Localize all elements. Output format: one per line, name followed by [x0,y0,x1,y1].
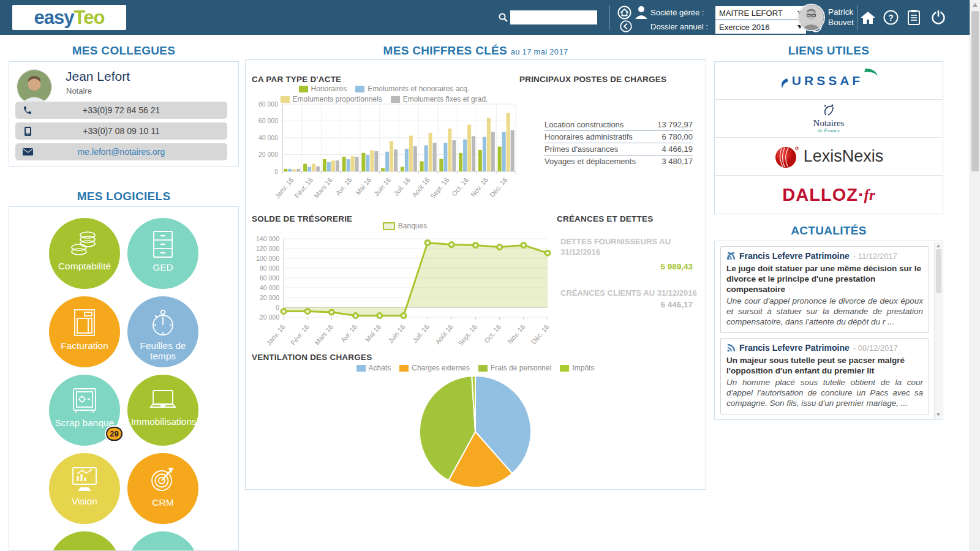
app-feuilles-de-temps[interactable]: Feuilles de temps [127,296,198,367]
dalloz-dot: · [858,185,864,205]
svg-text:Févr. 16: Févr. 16 [289,323,311,347]
app-immobilisations[interactable]: Immobilisations [127,375,198,446]
svg-text:Déc. 16: Déc. 16 [488,176,509,199]
svg-text:120 000: 120 000 [256,245,279,252]
svg-text:40 000: 40 000 [258,134,278,141]
news-item[interactable]: Francis Lefevre Patrimoine - 11/12/2017 … [720,246,929,333]
app-vision[interactable]: Vision [49,453,120,524]
legend-item: Frais de personnel [478,364,551,372]
svg-text:Juil. 16: Juil. 16 [411,323,431,344]
app-label: Facturation [61,340,108,351]
ventilation-pie-chart [402,373,549,490]
svg-text:Sept. 16: Sept. 16 [456,323,478,347]
actualites-title: ACTUALITÉS [714,224,943,238]
mobile-number: +33(0)7 08 09 10 11 [40,126,227,136]
link-dalloz[interactable]: DALLOZ · fr [715,176,943,214]
dettes-label: DETTES FOURNISSEURS AU 31/12/2016 [560,236,674,257]
app-label: GED [153,262,173,272]
actualites-panel: Francis Lefevre Patrimoine - 11/12/2017 … [714,241,943,420]
svg-text:Févr. 16: Févr. 16 [293,176,314,200]
creances-title: CRÉANCES ET DETTES [557,214,653,223]
svg-text:Mars 16: Mars 16 [313,323,334,347]
legend-swatch [383,222,395,230]
svg-text:100 000: 100 000 [256,255,279,262]
scrollbar-thumb[interactable] [936,249,941,293]
back-arrow-icon[interactable] [620,20,632,32]
rss-icon [726,252,736,261]
table-row: Location constructions13 792,97 [545,119,693,131]
urssaf-swoosh-icon [774,70,792,92]
page-scrollbar[interactable] [970,0,980,551]
news-item[interactable]: Francis Lefevre Patrimoine - 04/12/2017 … [720,419,929,420]
news-scrollbar[interactable] [934,242,942,419]
colleague-email[interactable]: me.lefort@notaires.org [15,143,227,160]
app-comptabilite[interactable]: Comptabilité [49,218,120,289]
dossier-select[interactable]: Exercice 2016 [715,20,806,34]
scroll-up-icon[interactable] [973,3,978,7]
svg-text:40 000: 40 000 [260,284,279,291]
news-source: Francis Lefevre Patrimoine [739,343,850,353]
power-icon[interactable] [930,9,946,25]
colleague-mobile[interactable]: +33(0)7 08 09 10 11 [15,122,227,140]
news-item[interactable]: Francis Lefevre Patrimoine - 08/12/2017 … [720,338,929,414]
colleague-role: Notaire [66,86,92,96]
colleague-card: Jean Lefort Notaire +33(0)9 72 84 56 21 … [9,61,239,167]
header-divider [609,5,610,30]
app-circle-partial[interactable] [49,531,120,551]
svg-text:-20 000: -20 000 [257,313,279,321]
rss-icon [726,343,736,353]
app-label: Feuilles de temps [131,340,195,361]
news-headline: Le juge doit statuer par une même décisi… [726,263,923,294]
help-icon[interactable]: ? [883,10,899,25]
home-icon[interactable] [860,10,876,25]
svg-text:Avr. 16: Avr. 16 [339,323,358,344]
svg-text:Juil. 16: Juil. 16 [392,176,412,197]
home-circle-icon[interactable] [617,6,631,20]
societe-select[interactable]: MAITRE LEFORT [715,6,806,20]
link-urssaf[interactable]: URSSAF [715,62,943,100]
chiffres-title: MES CHIFFRES CLÉS au 17 mai 2017 [245,44,706,58]
svg-text:20 000: 20 000 [260,294,279,301]
link-notaires[interactable]: Notaires de France [715,100,943,138]
header-divider [858,5,858,30]
svg-text:60 000: 60 000 [258,117,278,124]
legend-item: Banques [383,222,427,230]
app-facturation[interactable]: Facturation [49,296,120,367]
app-scrap-banque[interactable]: Scrap banque 29 [49,375,120,446]
envelope-icon [15,148,40,156]
table-row: Voyages et déplacements3 480,17 [545,156,693,167]
app-circle-partial[interactable] [127,531,198,551]
lexisnexis-globe-icon [774,144,799,169]
user-avatar[interactable] [797,4,825,31]
search-input[interactable] [510,10,597,24]
scrollbar-thumb[interactable] [971,11,979,171]
app-logo[interactable]: easyTeo [12,5,126,30]
app-label: Immobilisations [131,416,195,427]
colleague-phone[interactable]: +33(0)9 72 84 56 21 [15,102,227,119]
liens-panel: URSSAF Notaires de France LexisNexis DAL… [714,61,943,214]
dossier-label: Dossier annuel : [650,22,708,31]
charges-table: Location constructions13 792,97 Honorair… [545,119,693,167]
solde-line-chart: -20 000020 00040 00060 00080 000100 0001… [247,234,556,355]
link-lexisnexis[interactable]: LexisNexis [715,138,943,176]
app-crm[interactable]: CRM [127,453,198,524]
dalloz-logo-suffix: fr [864,187,875,204]
email-address: me.lefort@notaires.org [40,147,227,157]
urssaf-logo-text: URSSAF [792,73,863,88]
svg-text:Juin 16: Juin 16 [386,323,406,345]
scroll-up-icon[interactable] [937,244,940,247]
legend-swatch [478,365,488,372]
svg-text:Sept. 16: Sept. 16 [429,176,451,200]
phone-number: +33(0)9 72 84 56 21 [40,105,227,115]
app-ged[interactable]: GED [127,218,198,289]
header-divider [794,5,794,30]
mobile-icon [15,126,40,137]
svg-text:Juin 16: Juin 16 [372,176,392,198]
svg-text:0: 0 [274,168,278,175]
svg-text:20 000: 20 000 [258,151,278,158]
legend-swatch [356,365,366,372]
news-body: Un homme placé sous tutelle obtient de l… [726,377,923,408]
scroll-down-icon[interactable] [937,413,940,416]
clipboard-icon[interactable] [907,9,921,26]
svg-text:Août 16: Août 16 [410,176,431,199]
